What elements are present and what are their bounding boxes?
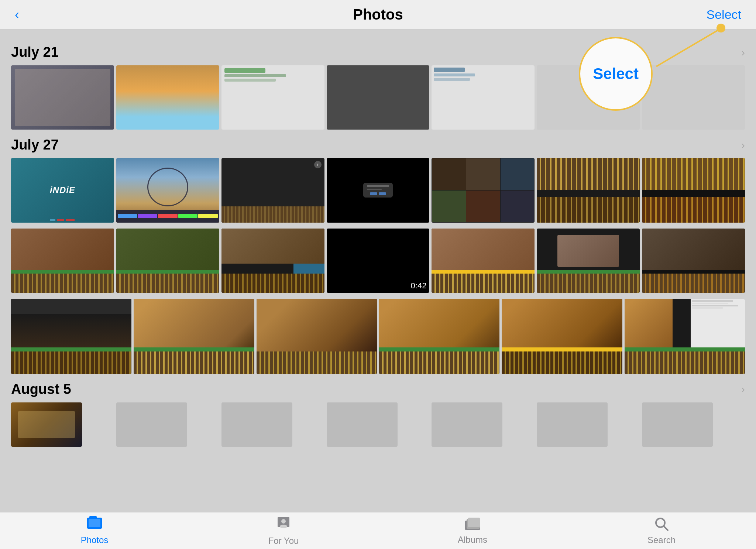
list-item[interactable] bbox=[642, 229, 745, 293]
list-item[interactable] bbox=[221, 65, 324, 130]
list-item[interactable] bbox=[116, 65, 219, 130]
select-button[interactable]: Select bbox=[707, 7, 742, 22]
svg-line-12 bbox=[664, 526, 668, 530]
tab-search-label: Search bbox=[647, 535, 676, 545]
list-item[interactable] bbox=[327, 65, 430, 130]
list-item[interactable] bbox=[134, 299, 254, 374]
section-chevron-july27[interactable]: › bbox=[741, 139, 745, 151]
list-item[interactable] bbox=[116, 229, 219, 293]
tab-for-you[interactable]: For You bbox=[247, 515, 320, 546]
list-item[interactable] bbox=[221, 402, 292, 447]
list-item[interactable] bbox=[432, 158, 535, 222]
tab-photos[interactable]: Photos bbox=[58, 516, 131, 545]
svg-rect-10 bbox=[468, 518, 480, 527]
tab-search[interactable]: Search bbox=[625, 517, 698, 545]
tab-for-you-label: For You bbox=[268, 536, 299, 546]
list-item[interactable]: + bbox=[221, 158, 324, 222]
main-content: July 21 › bbox=[0, 30, 756, 512]
list-item[interactable] bbox=[642, 65, 745, 130]
video-duration: 0:42 bbox=[411, 281, 427, 291]
list-item[interactable] bbox=[502, 299, 622, 374]
list-item[interactable] bbox=[327, 402, 398, 447]
albums-icon bbox=[464, 517, 481, 532]
list-item[interactable] bbox=[432, 65, 535, 130]
list-item[interactable] bbox=[537, 158, 640, 222]
list-item[interactable] bbox=[257, 299, 377, 374]
app-header: ‹ Photos Select bbox=[0, 0, 756, 30]
tab-bar: Photos For You Albums Sear bbox=[0, 512, 756, 549]
section-header-august5: August 5 › bbox=[11, 381, 745, 397]
section-chevron-august5[interactable]: › bbox=[741, 383, 745, 395]
list-item[interactable] bbox=[11, 299, 131, 374]
svg-point-6 bbox=[281, 519, 286, 524]
tab-albums[interactable]: Albums bbox=[436, 517, 509, 545]
list-item[interactable] bbox=[11, 65, 114, 130]
svg-point-7 bbox=[280, 525, 287, 528]
tab-albums-label: Albums bbox=[458, 535, 487, 545]
section-title-july21: July 21 bbox=[11, 44, 59, 60]
section-header-july27: July 27 › bbox=[11, 137, 745, 153]
star-icon bbox=[276, 515, 291, 533]
photo-grid-july27-row2: 0:42 bbox=[11, 229, 745, 293]
list-item[interactable] bbox=[116, 402, 187, 447]
photo-grid-july27-row1: iNDiE bbox=[11, 158, 745, 222]
list-item[interactable] bbox=[11, 402, 82, 447]
section-header-july21: July 21 › bbox=[11, 44, 745, 60]
back-button[interactable]: ‹ bbox=[15, 7, 19, 23]
list-item[interactable] bbox=[432, 402, 502, 447]
search-icon bbox=[654, 517, 669, 533]
section-title-august5: August 5 bbox=[11, 381, 71, 397]
list-item[interactable] bbox=[537, 65, 640, 130]
list-item[interactable] bbox=[116, 158, 219, 222]
photo-grid-august5-row1 bbox=[11, 402, 745, 447]
list-item[interactable] bbox=[537, 402, 608, 447]
list-item[interactable] bbox=[642, 402, 713, 447]
list-item[interactable] bbox=[537, 229, 640, 293]
photo-grid-july27-row3 bbox=[11, 299, 745, 374]
list-item[interactable]: iNDiE bbox=[11, 158, 114, 222]
page-title: Photos bbox=[353, 6, 403, 23]
list-item[interactable] bbox=[379, 299, 499, 374]
list-item[interactable] bbox=[221, 229, 324, 293]
section-title-july27: July 27 bbox=[11, 137, 59, 153]
list-item[interactable] bbox=[432, 229, 535, 293]
list-item[interactable] bbox=[327, 158, 430, 222]
section-chevron-july21[interactable]: › bbox=[741, 46, 745, 59]
list-item[interactable] bbox=[11, 229, 114, 293]
svg-rect-4 bbox=[89, 516, 97, 518]
photo-grid-july21 bbox=[11, 65, 745, 130]
tab-photos-label: Photos bbox=[81, 535, 109, 545]
photos-icon bbox=[86, 516, 103, 533]
list-item[interactable] bbox=[625, 299, 745, 374]
svg-rect-3 bbox=[89, 519, 100, 527]
list-item[interactable]: 0:42 bbox=[327, 229, 430, 293]
list-item[interactable] bbox=[642, 158, 745, 222]
